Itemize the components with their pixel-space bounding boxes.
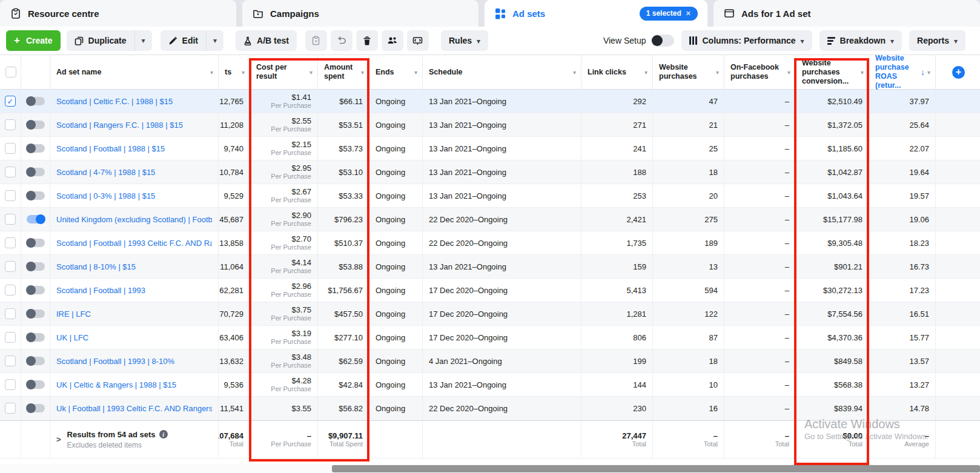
column-header-ends[interactable]: Ends: [369, 55, 423, 89]
ad-set-toggle[interactable]: [27, 97, 45, 105]
ad-set-name-link[interactable]: Scotland | Rangers F.C. | 1988 | $15: [56, 121, 212, 130]
ad-set-toggle[interactable]: [27, 215, 45, 223]
ad-set-toggle[interactable]: [27, 121, 45, 129]
link-clicks-cell: 292: [581, 90, 653, 113]
folder-icon: [252, 7, 264, 19]
row-checkbox[interactable]: [5, 379, 16, 390]
ad-set-name-link[interactable]: UK | Celtic & Rangers | 1988 | $15: [56, 380, 212, 389]
schedule-cell: 4 Jan 2021–Ongoing: [423, 349, 581, 372]
ad-set-toggle[interactable]: [27, 380, 45, 389]
on-facebook-cell: –: [724, 184, 796, 207]
ad-set-toggle[interactable]: [27, 191, 45, 200]
duplicate-menu-button[interactable]: [135, 30, 152, 51]
ads-frame-icon: [723, 7, 735, 19]
ad-set-name-link[interactable]: Scotland | Football | 1993 Celtic F.C. A…: [56, 239, 212, 248]
row-checkbox[interactable]: [5, 143, 16, 154]
ad-set-toggle[interactable]: [27, 262, 45, 271]
column-header-ad-set-name[interactable]: Ad set name: [50, 55, 219, 89]
ad-set-name-link[interactable]: Scotland | 4-7% | 1988 | $15: [56, 168, 212, 177]
ad-set-toggle[interactable]: [27, 168, 45, 176]
preview-button[interactable]: [407, 30, 429, 51]
wpc-cell: $1,185.60: [796, 137, 869, 160]
ad-set-name-link[interactable]: UK | LFC: [56, 333, 212, 342]
row-checkbox[interactable]: [5, 237, 16, 248]
column-header-link-clicks[interactable]: Link clicks: [581, 55, 653, 89]
columns-button[interactable]: Columns: Performance: [681, 30, 812, 51]
column-header-on-facebook-purchases[interactable]: On-Facebook purchases: [724, 55, 796, 89]
ad-set-name-link[interactable]: Scotland | Football | 1993 | 8-10%: [56, 357, 212, 366]
row-checkbox[interactable]: [5, 308, 16, 319]
ad-set-name-link[interactable]: Scotland | 0-3% | 1988 | $15: [56, 191, 212, 200]
row-checkbox-cell: [0, 279, 21, 302]
sort-caret-icon: [927, 69, 930, 76]
ad-set-name-link[interactable]: Scotland | Football | 1993: [56, 286, 212, 295]
on-facebook-cell: –: [724, 349, 796, 372]
ad-set-name-link[interactable]: Scotland | 8-10% | $15: [56, 262, 212, 271]
reports-button[interactable]: Reports: [909, 30, 965, 51]
ad-set-toggle[interactable]: [27, 357, 45, 365]
edit-menu-button[interactable]: [207, 30, 223, 51]
row-checkbox[interactable]: [5, 285, 16, 296]
row-checkbox[interactable]: [5, 356, 16, 366]
selected-count-badge[interactable]: 1 selected: [640, 7, 698, 21]
select-all-checkbox[interactable]: [5, 67, 16, 78]
ad-set-name-link[interactable]: Scotland | Celtic F.C. | 1988 | $15: [56, 97, 212, 106]
tab-ad-sets[interactable]: Ad sets 1 selected: [485, 0, 707, 27]
horizontal-scrollbar-thumb[interactable]: [332, 465, 980, 472]
view-setup-toggle[interactable]: [651, 35, 674, 47]
ad-set-name-link[interactable]: IRE | LFC: [56, 309, 212, 319]
audience-button[interactable]: [382, 30, 403, 51]
ad-set-toggle[interactable]: [27, 309, 45, 318]
column-header-cost-per-result[interactable]: Cost per result: [250, 55, 318, 89]
ad-set-name-link[interactable]: Uk | Football | 1993 Celtic F.C. AND Ran…: [56, 404, 212, 413]
info-icon[interactable]: [159, 430, 168, 438]
tab-ads-for-ad-set[interactable]: Ads for 1 Ad set: [713, 0, 980, 27]
on-facebook-total: –: [785, 431, 789, 440]
row-checkbox[interactable]: [5, 403, 16, 414]
ad-set-toggle[interactable]: [27, 144, 45, 153]
row-checkbox[interactable]: [5, 214, 16, 225]
column-header-website-purchases-conversion[interactable]: Website purchases conversion...: [796, 55, 869, 89]
row-checkbox[interactable]: [5, 261, 16, 272]
tab-resource-centre[interactable]: Resource centre: [0, 0, 236, 27]
ab-test-button[interactable]: A/B test: [236, 30, 297, 51]
duplicate-button[interactable]: Duplicate: [67, 30, 135, 51]
ad-set-name-link[interactable]: Scotland | Football | 1988 | $15: [56, 144, 212, 153]
undo-button[interactable]: [331, 30, 353, 51]
row-checkbox[interactable]: [5, 96, 16, 107]
expand-results-chevron-icon[interactable]: [56, 435, 61, 444]
results-cell: 11,541: [219, 397, 250, 420]
edit-button[interactable]: Edit: [161, 30, 207, 51]
breakdown-button[interactable]: Breakdown: [819, 30, 902, 51]
column-header-website-purchases[interactable]: Website purchases: [653, 55, 724, 89]
row-checkbox[interactable]: [5, 332, 16, 343]
sort-caret-icon: [361, 69, 364, 76]
column-header-results[interactable]: ts: [219, 55, 250, 89]
link-clicks-cell: 271: [581, 113, 653, 136]
row-checkbox[interactable]: [5, 190, 16, 201]
add-column-button[interactable]: [952, 66, 965, 79]
rules-button[interactable]: Rules: [441, 30, 488, 51]
tab-campaigns[interactable]: Campaigns: [242, 0, 478, 27]
ad-set-toggle[interactable]: [27, 404, 45, 412]
clear-selection-icon[interactable]: [686, 9, 691, 18]
row-checkbox[interactable]: [5, 167, 16, 177]
ad-set-toggle[interactable]: [27, 286, 45, 294]
row-checkbox[interactable]: [5, 119, 16, 130]
paste-button[interactable]: [305, 30, 327, 51]
sort-caret-icon: [414, 69, 417, 76]
wpc-cell: $2,510.49: [796, 90, 869, 113]
add-cell: [936, 184, 980, 207]
delete-button[interactable]: [356, 30, 378, 51]
column-header-website-purchase-roas[interactable]: Website purchase ROAS (retur...: [869, 55, 936, 89]
column-header-amount-spent[interactable]: Amount spent: [318, 55, 369, 89]
row-toggle-cell: [21, 326, 50, 349]
results-cell: 10,784: [219, 160, 250, 184]
column-header-schedule[interactable]: Schedule: [423, 55, 581, 89]
create-button[interactable]: Create: [6, 30, 61, 51]
ad-set-name-link[interactable]: United Kingdom (excluding Scotland) | Fo…: [56, 215, 212, 224]
website-purchases-cell: 189: [653, 231, 724, 254]
ends-cell: Ongoing: [369, 208, 423, 231]
ad-set-toggle[interactable]: [27, 239, 45, 247]
ad-set-toggle[interactable]: [27, 333, 45, 342]
